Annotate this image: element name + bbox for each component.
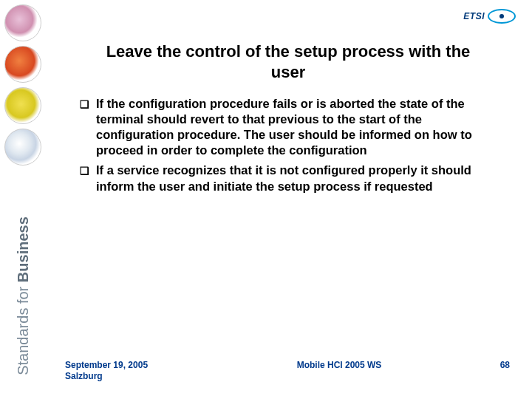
footer-center: Mobile HCI 2005 WS <box>213 360 466 370</box>
slide-title: Leave the control of the setup process w… <box>89 41 488 82</box>
slide: Standards for Business ETSI Leave the co… <box>0 0 532 399</box>
footer-location: Salzburg <box>65 371 213 383</box>
bullet-item: ❑ If the configuration procedure fails o… <box>80 96 494 158</box>
sidebar-vertical-text: Standards for Business <box>0 200 46 392</box>
slide-content: ❑ If the configuration procedure fails o… <box>80 96 494 199</box>
etsi-logo: ETSI <box>463 9 516 24</box>
logo-ellipse-icon <box>488 9 516 24</box>
vertical-text-part: Business <box>15 216 31 282</box>
vertical-text-part: for <box>15 282 31 304</box>
footer-left: September 19, 2005 Salzburg <box>65 360 213 383</box>
checkbox-icon: ❑ <box>80 96 96 158</box>
globe-icon <box>4 4 41 41</box>
sidebar: Standards for Business <box>0 0 46 399</box>
footer-page-number: 68 <box>466 360 510 370</box>
footer-date: September 19, 2005 <box>65 360 213 372</box>
logo-text: ETSI <box>463 11 485 21</box>
globe-icon <box>4 46 41 83</box>
footer: September 19, 2005 Salzburg Mobile HCI 2… <box>65 360 510 383</box>
globe-icon <box>4 129 41 166</box>
bullet-text: If the configuration procedure fails or … <box>96 96 494 158</box>
checkbox-icon: ❑ <box>80 163 96 194</box>
bullet-text: If a service recognizes that it is not c… <box>96 163 494 194</box>
globe-icon <box>4 87 41 124</box>
bullet-item: ❑ If a service recognizes that it is not… <box>80 163 494 194</box>
vertical-text-part: Standards <box>15 304 31 375</box>
